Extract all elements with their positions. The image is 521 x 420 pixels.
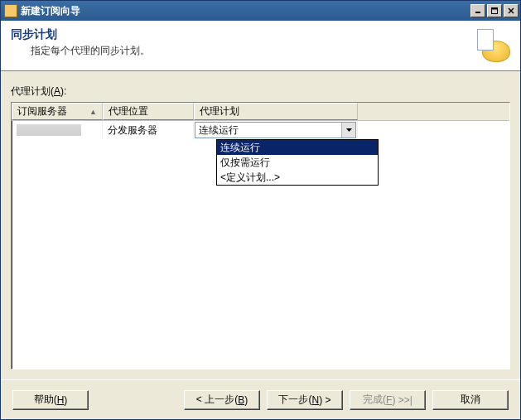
cancel-button[interactable]: 取消 (432, 390, 509, 410)
schedule-combobox[interactable]: 连续运行 (195, 122, 356, 138)
help-button[interactable]: 帮助(H) (12, 390, 89, 410)
wizard-header-panel: 同步计划 指定每个代理的同步计划。 (1, 21, 520, 71)
server-name-redacted (17, 124, 81, 136)
close-button[interactable] (504, 4, 519, 17)
combobox-selected-text: 连续运行 (195, 123, 341, 138)
window-title: 新建订阅向导 (21, 4, 469, 18)
app-icon (4, 4, 17, 17)
content-area: 代理计划(A): 订阅服务器 ▲ 代理位置 代理计划 分发服务器 (1, 71, 520, 379)
agent-schedule-label: 代理计划(A): (11, 84, 510, 99)
dropdown-option[interactable]: <定义计划...> (217, 170, 378, 185)
minimize-button[interactable] (470, 4, 485, 17)
window-controls (469, 4, 519, 17)
dropdown-option[interactable]: 仅按需运行 (217, 155, 378, 170)
back-button[interactable]: < 上一步(B) (184, 390, 260, 410)
titlebar: 新建订阅向导 (1, 1, 520, 21)
grid-header-row: 订阅服务器 ▲ 代理位置 代理计划 (12, 103, 509, 121)
page-title: 同步计划 (11, 27, 469, 42)
maximize-button[interactable] (487, 4, 502, 17)
col-agent-location[interactable]: 代理位置 (103, 103, 194, 120)
page-subtitle: 指定每个代理的同步计划。 (11, 44, 469, 58)
cell-agent-schedule: 连续运行 (194, 121, 358, 139)
svg-marker-5 (346, 128, 352, 132)
cell-agent-location: 分发服务器 (103, 121, 194, 139)
schedule-dropdown-list[interactable]: 连续运行 仅按需运行 <定义计划...> (216, 139, 379, 186)
wizard-window: 新建订阅向导 同步计划 指定每个代理的同步计划。 代理计划(A): (0, 0, 521, 420)
cell-subscription-server (12, 121, 103, 139)
table-row: 分发服务器 连续运行 (12, 121, 509, 139)
wizard-icon (475, 27, 510, 62)
col-agent-schedule[interactable]: 代理计划 (194, 103, 358, 120)
agent-schedule-grid: 订阅服务器 ▲ 代理位置 代理计划 分发服务器 连续运行 (11, 102, 510, 369)
col-subscription-server[interactable]: 订阅服务器 ▲ (12, 103, 103, 120)
sort-indicator-icon: ▲ (89, 108, 97, 116)
dropdown-option[interactable]: 连续运行 (217, 140, 378, 155)
finish-button: 完成(F) >>| (350, 390, 426, 410)
next-button[interactable]: 下一步(N) > (267, 390, 343, 410)
combobox-dropdown-button[interactable] (341, 123, 355, 138)
wizard-footer: 帮助(H) < 上一步(B) 下一步(N) > 完成(F) >>| 取消 (1, 379, 520, 419)
